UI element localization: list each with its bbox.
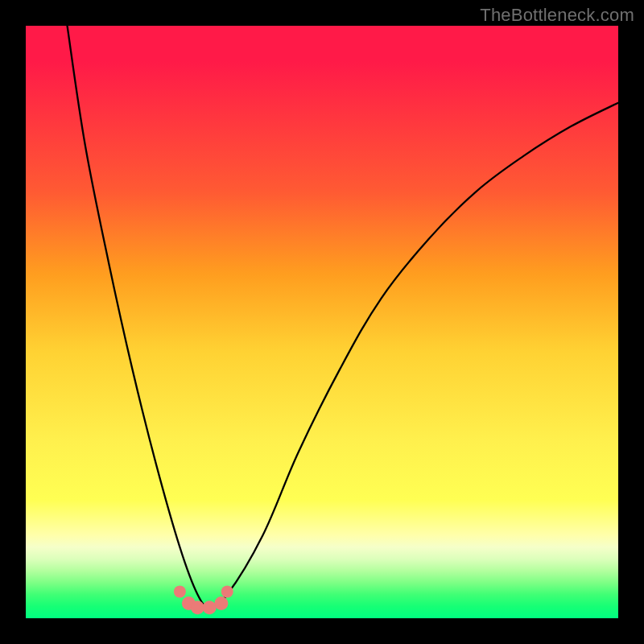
watermark-text: TheBottleneck.com [480, 5, 634, 26]
marker-dot [191, 601, 204, 614]
plot-area [26, 26, 618, 618]
chart-svg [26, 26, 618, 618]
minimum-markers [174, 585, 233, 614]
marker-dot [214, 597, 228, 610]
outer-frame: TheBottleneck.com [0, 0, 644, 644]
marker-dot [174, 585, 186, 597]
marker-dot [221, 585, 233, 597]
bottleneck-curve [68, 26, 618, 606]
marker-dot [203, 601, 217, 614]
